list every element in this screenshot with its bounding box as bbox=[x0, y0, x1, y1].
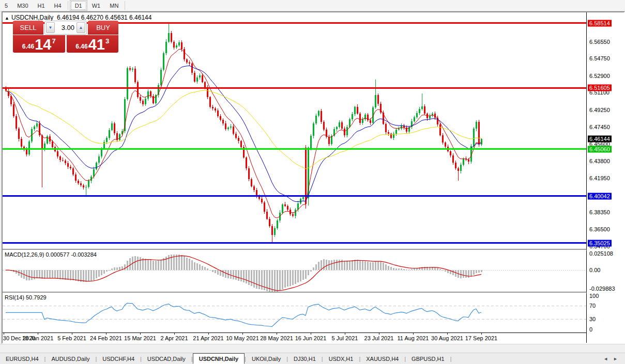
date-label: 5 Feb 2021 bbox=[57, 335, 86, 341]
tab-scroll-nav: ◄► bbox=[596, 353, 625, 364]
sell-price-pip: 7 bbox=[52, 37, 55, 45]
date-tick bbox=[72, 333, 72, 335]
date-tick bbox=[345, 333, 345, 335]
date-tick bbox=[4, 333, 4, 335]
sell-price-big: 14 bbox=[35, 38, 51, 51]
tab-scroll-right-icon[interactable]: ► bbox=[613, 356, 618, 361]
symbol-tab-usdcnh[interactable]: USDCNH,Daily bbox=[193, 353, 245, 364]
rsi-pane[interactable]: RSI(14) 50.7929 bbox=[3, 293, 587, 333]
timeframe-button-w1[interactable]: W1 bbox=[87, 0, 105, 11]
price-axis-tick: 6.41950 bbox=[589, 175, 610, 181]
symbol-tab-gbpusd[interactable]: GBPUSD,H1 bbox=[406, 353, 450, 364]
symbol-tab-xauusd[interactable]: XAUUSD,H4 bbox=[360, 353, 404, 364]
tab-scroll-left-icon[interactable]: ◄ bbox=[603, 356, 608, 361]
symbol-tab-ukoil[interactable]: UKOil,Daily bbox=[246, 353, 286, 364]
timeframe-button-h1[interactable]: H1 bbox=[33, 0, 50, 11]
date-tick bbox=[481, 333, 482, 335]
price-axis-tick: 6.36500 bbox=[589, 226, 610, 232]
rsi-chart[interactable] bbox=[3, 293, 586, 333]
sell-quote-box[interactable]: 6.46 14 7 bbox=[13, 35, 65, 53]
price-level-badge: 6.51605 bbox=[588, 85, 612, 91]
collapse-triangle-icon[interactable]: ▲ bbox=[5, 15, 9, 21]
date-tick bbox=[379, 333, 379, 335]
date-tick bbox=[277, 333, 277, 335]
price-axis-tick: 6.54750 bbox=[589, 55, 610, 61]
symbol-tab-eurusd[interactable]: EURUSD,H4 bbox=[0, 353, 44, 364]
symbol-tab-usdcad[interactable]: USDCAD,Daily bbox=[142, 353, 191, 364]
timeframe-button-d1[interactable]: D1 bbox=[70, 0, 87, 11]
bottom-gap-strip bbox=[0, 344, 625, 353]
price-level-badge: 6.46144 bbox=[588, 136, 612, 143]
price-level-badge: 6.35025 bbox=[588, 240, 612, 246]
date-label: 11 Aug 2021 bbox=[398, 335, 429, 341]
buy-price-pip: 3 bbox=[105, 37, 109, 45]
date-tick bbox=[242, 333, 243, 335]
price-axis-tick: 6.49250 bbox=[589, 107, 610, 113]
sell-price-prefix: 6.46 bbox=[22, 43, 34, 50]
timeframe-button-5[interactable]: 5 bbox=[0, 0, 12, 11]
timeframe-button-mn[interactable]: MN bbox=[105, 0, 123, 11]
date-axis[interactable]: 30 Dec 202018 Jan 20215 Feb 202124 Feb 2… bbox=[3, 333, 587, 343]
chart-window: ▲USDCNH,Daily 6.46194 6.46270 6.45631 6.… bbox=[2, 11, 625, 344]
macd-pane[interactable]: MACD(12,26,9) 0.000577 -0.003284 bbox=[3, 250, 587, 292]
buy-price-big: 41 bbox=[88, 38, 105, 51]
date-label: 18 Jan 2021 bbox=[22, 335, 54, 341]
timeframe-button-h4[interactable]: H4 bbox=[50, 0, 66, 11]
date-label: 15 Mar 2021 bbox=[124, 335, 156, 341]
volume-decrease-button[interactable]: ▼ bbox=[46, 22, 55, 33]
date-tick bbox=[38, 333, 38, 335]
plot-column: ▲USDCNH,Daily 6.46194 6.46270 6.45631 6.… bbox=[3, 12, 587, 343]
buy-quote-box[interactable]: 6.46 41 3 bbox=[67, 35, 119, 53]
chart-title: ▲USDCNH,Daily 6.46194 6.46270 6.45631 6.… bbox=[5, 14, 151, 21]
price-axis-tick: 6.56550 bbox=[589, 39, 610, 45]
price-level-badge: 6.58514 bbox=[588, 20, 612, 26]
symbol-tab-usdx[interactable]: USDX,H1 bbox=[323, 353, 359, 364]
rsi-axis-tick: 100 bbox=[589, 293, 599, 299]
timeframe-button-m30[interactable]: M30 bbox=[12, 0, 33, 11]
date-tick bbox=[106, 333, 106, 335]
one-click-trade-panel: SELL ▼ ▲ BUY 6.46 14 7 6.46 bbox=[13, 21, 118, 53]
price-level-badge: 6.45060 bbox=[588, 146, 612, 152]
date-label: 5 Jul 2021 bbox=[332, 335, 358, 341]
sell-button[interactable]: SELL bbox=[13, 21, 43, 35]
date-label: 28 May 2021 bbox=[260, 335, 293, 341]
date-tick bbox=[413, 333, 414, 335]
price-level-badge: 6.40042 bbox=[588, 193, 612, 199]
volume-spinner: ▼ ▲ bbox=[44, 21, 87, 35]
volume-input[interactable] bbox=[55, 22, 77, 33]
date-label: 23 Jul 2021 bbox=[364, 335, 394, 341]
date-tick bbox=[174, 333, 175, 335]
buy-price-prefix: 6.46 bbox=[75, 43, 87, 50]
rsi-axis-tick: 70 bbox=[589, 303, 596, 309]
price-axis-tick: 6.38350 bbox=[589, 209, 610, 215]
rsi-axis-tick: 0 bbox=[589, 326, 592, 333]
macd-axis-tick: 0.025108 bbox=[589, 250, 613, 257]
symbol-tab-usdchf[interactable]: USDCHF,H4 bbox=[97, 353, 140, 364]
date-label: 21 Apr 2021 bbox=[193, 335, 223, 341]
macd-axis-tick: 0.00 bbox=[589, 267, 600, 273]
chart-tab-bar: EURUSD,H4|AUDUSD,Daily|USDCHF,H4|USDCAD,… bbox=[0, 353, 625, 364]
price-pane[interactable]: ▲USDCNH,Daily 6.46194 6.46270 6.45631 6.… bbox=[3, 12, 587, 249]
date-label: 10 May 2021 bbox=[226, 335, 259, 341]
tab-separator: | bbox=[450, 353, 452, 364]
date-tick bbox=[447, 333, 448, 335]
symbol-tab-audusd[interactable]: AUDUSD,Daily bbox=[45, 353, 95, 364]
macd-axis-tick: -0.029883 bbox=[589, 286, 615, 292]
price-axis[interactable]: 6.565506.547506.529006.511006.492506.474… bbox=[587, 12, 624, 343]
rsi-axis-tick: 30 bbox=[589, 316, 596, 322]
symbol-tab-dj30[interactable]: DJ30,H1 bbox=[288, 353, 322, 364]
toolbar-separator bbox=[68, 1, 68, 10]
chart-ohlc-values: 6.46194 6.46270 6.45631 6.46144 bbox=[57, 14, 152, 21]
date-label: 2 Apr 2021 bbox=[160, 335, 188, 341]
buy-button[interactable]: BUY bbox=[88, 21, 118, 35]
date-tick bbox=[140, 333, 141, 335]
date-tick bbox=[311, 333, 311, 335]
volume-increase-button[interactable]: ▲ bbox=[77, 22, 85, 33]
price-axis-tick: 6.52900 bbox=[589, 73, 610, 79]
price-axis-tick: 6.47450 bbox=[589, 124, 610, 130]
timeframe-toolbar: 5M30H1H4D1W1MN bbox=[0, 0, 625, 11]
chart-symbol-period: USDCNH,Daily bbox=[11, 14, 53, 21]
date-label: 17 Sep 2021 bbox=[465, 335, 497, 341]
macd-label: MACD(12,26,9) 0.000577 -0.003284 bbox=[5, 251, 97, 258]
date-label: 16 Jun 2021 bbox=[295, 335, 327, 341]
